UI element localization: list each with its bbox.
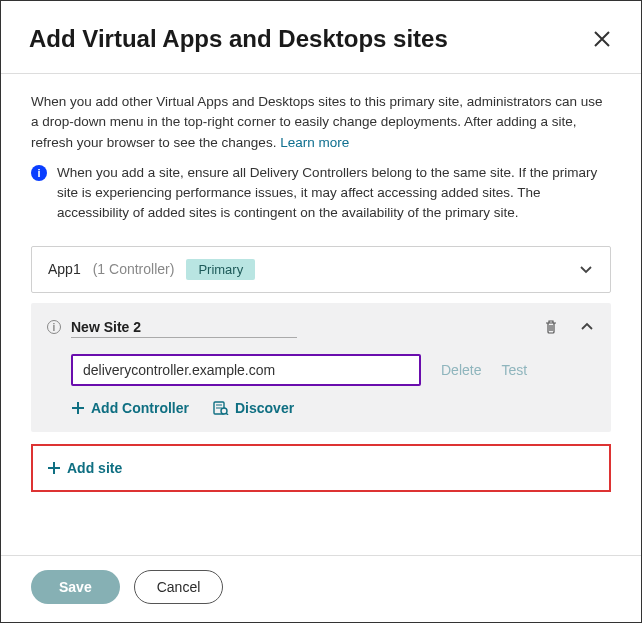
plus-icon — [71, 401, 85, 415]
dialog-title: Add Virtual Apps and Desktops sites — [29, 25, 448, 53]
delete-controller-link[interactable]: Delete — [441, 362, 481, 378]
info-icon: i — [31, 165, 47, 181]
intro-text: When you add other Virtual Apps and Desk… — [31, 92, 611, 153]
discover-label: Discover — [235, 400, 294, 416]
discover-icon — [213, 401, 229, 415]
chevron-down-icon[interactable] — [578, 261, 594, 277]
close-icon — [593, 30, 611, 48]
add-site-button[interactable]: Add site — [47, 460, 122, 476]
close-button[interactable] — [591, 28, 613, 50]
controller-row: Delete Test — [71, 354, 595, 386]
add-controller-label: Add Controller — [91, 400, 189, 416]
chevron-up-icon[interactable] — [579, 319, 595, 335]
info-outline-icon: i — [47, 320, 61, 334]
info-note: i When you add a site, ensure all Delive… — [31, 163, 611, 224]
primary-site-name: App1 — [48, 261, 81, 277]
new-site-header: i — [47, 317, 595, 338]
dialog: Add Virtual Apps and Desktops sites When… — [0, 0, 642, 623]
save-button[interactable]: Save — [31, 570, 120, 604]
add-controller-button[interactable]: Add Controller — [71, 400, 189, 416]
learn-more-link[interactable]: Learn more — [280, 135, 349, 150]
controller-actions: Add Controller Discover — [71, 400, 595, 416]
primary-site-row[interactable]: App1 (1 Controller) Primary — [31, 246, 611, 293]
trash-icon — [543, 319, 559, 335]
dialog-footer: Save Cancel — [1, 555, 641, 622]
add-site-label: Add site — [67, 460, 122, 476]
delete-site-button[interactable] — [543, 319, 559, 335]
new-site-name-input[interactable] — [71, 317, 297, 338]
dialog-body: When you add other Virtual Apps and Desk… — [1, 74, 641, 555]
info-note-text: When you add a site, ensure all Delivery… — [57, 163, 611, 224]
plus-icon — [47, 461, 61, 475]
add-site-row: Add site — [31, 444, 611, 492]
cancel-button[interactable]: Cancel — [134, 570, 224, 604]
primary-site-controllers: (1 Controller) — [93, 261, 175, 277]
new-site-panel: i Delete Test Add Controller — [31, 303, 611, 432]
test-controller-link[interactable]: Test — [501, 362, 527, 378]
dialog-header: Add Virtual Apps and Desktops sites — [1, 1, 641, 73]
discover-button[interactable]: Discover — [213, 400, 294, 416]
controller-input[interactable] — [71, 354, 421, 386]
primary-badge: Primary — [186, 259, 255, 280]
